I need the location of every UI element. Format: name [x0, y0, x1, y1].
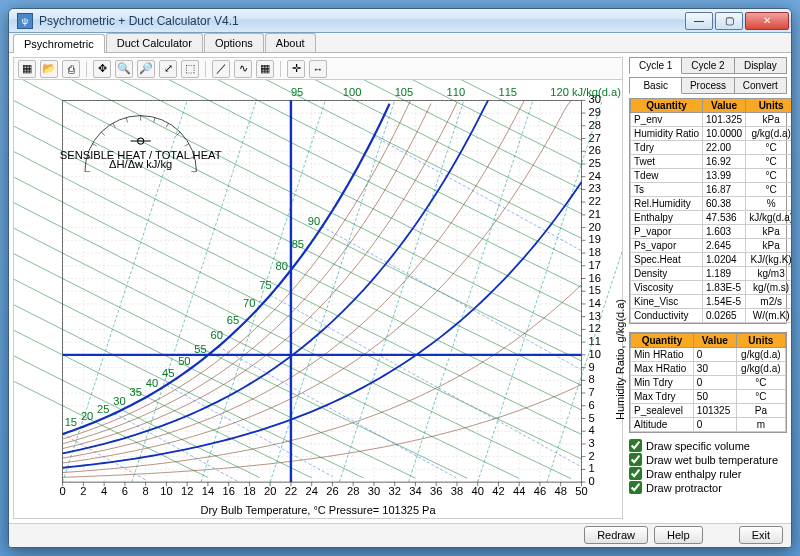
table-row[interactable]: Min HRatio0g/kg(d.a) — [631, 348, 786, 362]
close-button[interactable]: ✕ — [745, 12, 789, 30]
check-2[interactable]: Draw enthalpy ruler — [629, 467, 787, 480]
svg-text:17: 17 — [589, 259, 601, 271]
svg-text:11: 11 — [589, 335, 601, 347]
new-button[interactable]: ▦ — [18, 60, 36, 78]
table-row[interactable]: Viscosity1.83E-5kg/(m.s) — [631, 281, 793, 295]
maximize-button[interactable]: ▢ — [715, 12, 743, 30]
table-row[interactable]: Density1.189kg/m3 — [631, 267, 793, 281]
open-button[interactable]: 📂 — [40, 60, 58, 78]
table-row[interactable]: Ps_vapor2.645kPa — [631, 239, 793, 253]
help-button[interactable]: Help — [654, 526, 703, 544]
svg-text:5: 5 — [589, 412, 595, 424]
grid-button[interactable]: ▦ — [256, 60, 274, 78]
tab-cycle2[interactable]: Cycle 2 — [682, 57, 734, 74]
svg-text:29: 29 — [589, 106, 601, 118]
svg-text:65: 65 — [227, 314, 239, 326]
svg-text:20: 20 — [81, 410, 93, 422]
table-row[interactable]: Humidity Ratio10.0000g/kg(d.a) — [631, 127, 793, 141]
chart-area[interactable]: 0246810121416182022242628303234363840424… — [14, 80, 622, 518]
table-row[interactable]: P_env101.325kPa — [631, 113, 793, 127]
footer: Redraw Help Exit — [9, 523, 791, 547]
svg-text:8: 8 — [589, 373, 595, 385]
tab-duct-calculator[interactable]: Duct Calculator — [106, 33, 203, 52]
zoom-window-button[interactable]: ⬚ — [181, 60, 199, 78]
print-button[interactable]: ⎙ — [62, 60, 80, 78]
svg-text:4: 4 — [589, 424, 595, 436]
table-row[interactable]: Max HRatio30g/kg(d.a) — [631, 362, 786, 376]
col-units: Units — [746, 99, 792, 113]
minimize-button[interactable]: — — [685, 12, 713, 30]
col-quantity: Quantity — [631, 99, 703, 113]
zoom-fit-button[interactable]: ⤢ — [159, 60, 177, 78]
svg-text:2: 2 — [80, 485, 86, 497]
svg-text:22: 22 — [285, 485, 297, 497]
tab-display[interactable]: Display — [735, 57, 787, 74]
svg-text:110: 110 — [447, 86, 466, 98]
svg-text:19: 19 — [589, 233, 601, 245]
tab-options[interactable]: Options — [204, 33, 264, 52]
svg-text:14: 14 — [589, 297, 601, 309]
table-row[interactable]: Altitude0m — [631, 418, 786, 432]
exit-button[interactable]: Exit — [739, 526, 783, 544]
table-row[interactable]: Min Tdry0°C — [631, 376, 786, 390]
svg-text:120  kJ/kg(d.a): 120 kJ/kg(d.a) — [550, 86, 621, 98]
svg-text:12: 12 — [181, 485, 193, 497]
svg-text:0: 0 — [60, 485, 66, 497]
svg-text:4: 4 — [101, 485, 107, 497]
svg-text:22: 22 — [589, 195, 601, 207]
table-row[interactable]: P_vapor1.603kPa — [631, 225, 793, 239]
svg-text:28: 28 — [589, 119, 601, 131]
tab-convert[interactable]: Convert — [735, 77, 787, 94]
svg-line-186 — [92, 144, 96, 147]
svg-text:38: 38 — [451, 485, 463, 497]
svg-text:30: 30 — [368, 485, 380, 497]
col2-units: Units — [736, 334, 785, 348]
svg-text:10: 10 — [160, 485, 172, 497]
draw-line-button[interactable]: ／ — [212, 60, 230, 78]
measure-button[interactable]: ↔ — [309, 60, 327, 78]
svg-line-187 — [101, 132, 105, 136]
tab-psychrometric[interactable]: Psychrometric — [13, 34, 105, 53]
crosshair-button[interactable]: ✛ — [287, 60, 305, 78]
y-axis-label: Humidity Ratio, g/kg(d.a) — [614, 299, 626, 420]
zoom-out-button[interactable]: 🔎 — [137, 60, 155, 78]
table-row[interactable]: Rel.Humidity60.38% — [631, 197, 793, 211]
table-row[interactable]: Conductivity0.0265W/(m.K) — [631, 309, 793, 323]
check-3[interactable]: Draw protractor — [629, 481, 787, 494]
svg-text:25: 25 — [97, 403, 109, 415]
svg-text:85: 85 — [292, 238, 304, 250]
col-value: Value — [703, 99, 746, 113]
zoom-in-button[interactable]: 🔍 — [115, 60, 133, 78]
svg-text:6: 6 — [122, 485, 128, 497]
table-row[interactable]: P_sealevel101325Pa — [631, 404, 786, 418]
table-row[interactable]: Twet16.92°C — [631, 155, 793, 169]
x-axis-label: Dry Bulb Temperature, °C Pressure= 10132… — [200, 504, 435, 516]
svg-text:28: 28 — [347, 485, 359, 497]
tab-basic[interactable]: Basic — [629, 77, 682, 94]
check-1[interactable]: Draw wet bulb temperature — [629, 453, 787, 466]
tab-about[interactable]: About — [265, 33, 316, 52]
pan-button[interactable]: ✥ — [93, 60, 111, 78]
table-row[interactable]: Ts16.87°C — [631, 183, 793, 197]
svg-text:48: 48 — [555, 485, 567, 497]
svg-text:18: 18 — [243, 485, 255, 497]
tab-process[interactable]: Process — [682, 77, 734, 94]
svg-text:15: 15 — [65, 416, 77, 428]
table-row[interactable]: Tdry22.00°C — [631, 141, 793, 155]
titlebar: ψ Psychrometric + Duct Calculator V4.1 —… — [9, 9, 791, 33]
table-row[interactable]: Max Tdry50°C — [631, 390, 786, 404]
tab-cycle1[interactable]: Cycle 1 — [629, 57, 682, 74]
svg-text:ΔH/Δw kJ/kg: ΔH/Δw kJ/kg — [109, 158, 172, 170]
svg-text:42: 42 — [492, 485, 504, 497]
svg-text:12: 12 — [589, 323, 601, 335]
draw-curve-button[interactable]: ∿ — [234, 60, 252, 78]
svg-text:75: 75 — [259, 279, 271, 291]
svg-text:44: 44 — [513, 485, 525, 497]
redraw-button[interactable]: Redraw — [584, 526, 648, 544]
svg-text:27: 27 — [589, 132, 601, 144]
table-row[interactable]: Enthalpy47.536kJ/kg(d.a) — [631, 211, 793, 225]
table-row[interactable]: Spec.Heat1.0204KJ/(kg.K) — [631, 253, 793, 267]
table-row[interactable]: Kine_Visc1.54E-5m2/s — [631, 295, 793, 309]
check-0[interactable]: Draw specific volume — [629, 439, 787, 452]
table-row[interactable]: Tdew13.99°C — [631, 169, 793, 183]
